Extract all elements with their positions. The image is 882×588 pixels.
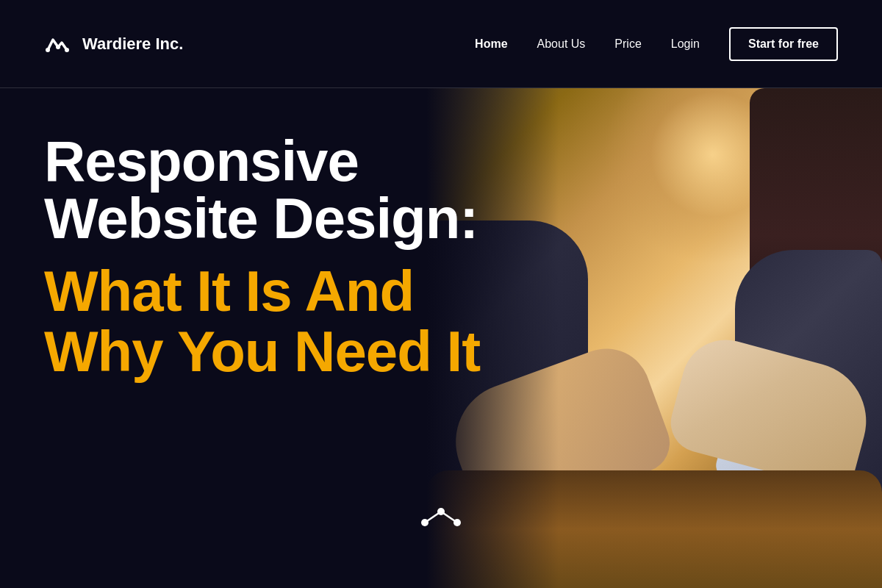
nav-about[interactable]: About Us (537, 37, 586, 51)
nav-login[interactable]: Login (671, 37, 700, 51)
logo-icon (44, 29, 74, 59)
nav-links: Home About Us Price Login Start for free (475, 27, 838, 61)
nav-price[interactable]: Price (614, 37, 641, 51)
arrow-button[interactable] (419, 504, 463, 544)
brand-name: Wardiere Inc. (82, 35, 183, 54)
svg-point-0 (46, 48, 50, 52)
hero-title-white: Responsive Website Design: (44, 132, 480, 247)
logo-area: Wardiere Inc. (44, 29, 183, 59)
hero-title-yellow: What It Is And Why You Need It (44, 262, 480, 382)
arrow-icon (419, 504, 463, 541)
hero-image (426, 88, 882, 588)
hero-content: Responsive Website Design: What It Is An… (44, 132, 480, 382)
svg-line-7 (441, 512, 457, 523)
navbar: Wardiere Inc. Home About Us Price Login … (0, 0, 882, 88)
nav-home[interactable]: Home (475, 37, 507, 51)
svg-line-6 (425, 512, 441, 523)
hero-section: Responsive Website Design: What It Is An… (0, 88, 882, 588)
start-free-button[interactable]: Start for free (729, 27, 838, 61)
svg-point-2 (56, 45, 60, 49)
svg-point-1 (65, 48, 69, 52)
